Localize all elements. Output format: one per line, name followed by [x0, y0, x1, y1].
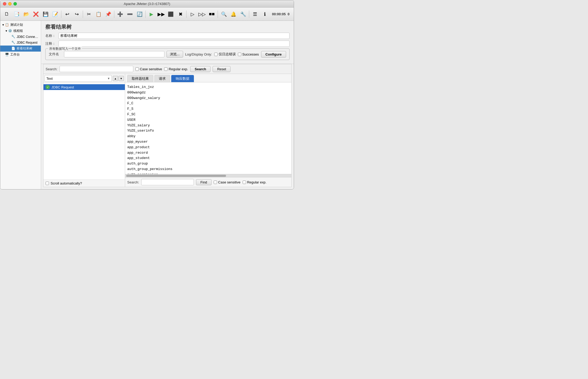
response-line: 000wangdz	[127, 90, 289, 96]
file-group: 所有数据写入一个文件 文件名 浏览... Log/Display Only: 仅…	[45, 48, 290, 60]
response-line: F_SC	[127, 112, 289, 117]
sidebar-item-label: 线程组	[13, 29, 23, 33]
response-line: auth_permission	[127, 172, 289, 174]
response-line: F_C	[127, 101, 289, 106]
separator-2	[83, 11, 83, 18]
revert-button[interactable]: ↩	[63, 9, 72, 19]
name-row: 名称：	[45, 33, 290, 39]
content-header: 察看结果树 名称： 注释： 所有数据写入一个文件 文件名 浏览... Log/D…	[41, 21, 294, 64]
case-sensitive-checkbox[interactable]	[135, 67, 139, 71]
bottom-regexp-item[interactable]: Regular exp.	[243, 180, 267, 184]
save-button[interactable]: 💾	[41, 9, 50, 19]
sidebar-item-results-tree[interactable]: 📄 察看结果树	[0, 46, 41, 52]
close-button[interactable]: ❌	[31, 9, 41, 19]
toolbar: 🗋 📑 📂 ❌ 💾 📝 ↩ ↪ ✂ 📋 📌 ➕ ➖ 🔄 ▶ ▶▶ ⬛ ✖ ▷ ▷…	[0, 8, 294, 21]
sidebar-item-label: 察看结果树	[17, 46, 32, 51]
left-panel: Text JSON XML HTML Boundary ▼ ▲ ▼	[43, 74, 125, 187]
content-panel: 察看结果树 名称： 注释： 所有数据写入一个文件 文件名 浏览... Log/D…	[41, 21, 294, 189]
arrow-buttons: ▲ ▼	[113, 76, 124, 81]
minimize-button[interactable]	[8, 2, 12, 6]
response-line: auth_group	[127, 161, 289, 167]
configure-button[interactable]: Configure	[261, 51, 286, 58]
errors-checkbox-item[interactable]: 仅日志错误	[214, 52, 236, 57]
file-row: 文件名 浏览... Log/Display Only: 仅日志错误 Succes…	[49, 51, 286, 58]
case-sensitive-label: Case sensitive	[140, 67, 162, 71]
function-button[interactable]: 🔧	[239, 9, 248, 19]
sidebar-item-jdbc-config[interactable]: 🔧 JDBC Connection Configurat	[0, 34, 41, 40]
tab-response-data[interactable]: 响应数据	[171, 75, 194, 82]
case-sensitive-item[interactable]: Case sensitive	[135, 67, 162, 71]
name-input[interactable]	[58, 33, 290, 39]
remote-start-all-button[interactable]: ▷▷	[198, 9, 207, 19]
collapse-button[interactable]: ➖	[125, 9, 135, 19]
successes-checkbox[interactable]	[238, 53, 241, 56]
sidebar-item-workbench[interactable]: 🖥️ 工作台	[0, 52, 41, 58]
prev-arrow-button[interactable]: ▲	[113, 76, 118, 81]
log-display-label: Log/Display Only:	[185, 52, 212, 56]
help-button[interactable]: 🔍	[219, 9, 228, 19]
tab-sampler-results[interactable]: 取样器结果	[127, 75, 153, 82]
search-button[interactable]: Search	[190, 66, 210, 72]
cut-button[interactable]: ✂	[84, 9, 94, 19]
window-controls	[3, 2, 17, 6]
tab-request[interactable]: 请求	[154, 75, 170, 82]
info-button[interactable]: ℹ	[260, 9, 270, 19]
right-panel: 取样器结果 请求 响应数据 Tables_in_jxz000wangdz000w…	[125, 74, 291, 187]
redo-button[interactable]: ↪	[72, 9, 81, 19]
remote-start-button[interactable]: ▷	[188, 9, 197, 19]
comment-input[interactable]	[58, 41, 290, 47]
response-line: 000wangdz_salary	[127, 96, 289, 101]
file-input[interactable]	[64, 51, 164, 57]
sidebar-item-label: JDBC Connection Configurat	[17, 35, 39, 39]
bottom-case-sensitive-item[interactable]: Case sensitive	[214, 180, 241, 184]
open-button[interactable]: 📂	[22, 9, 31, 19]
close-button[interactable]	[3, 2, 6, 6]
search-input[interactable]	[60, 66, 133, 72]
bottom-case-sensitive-checkbox[interactable]	[214, 181, 217, 184]
comment-label: 注释：	[45, 41, 58, 46]
panel-title: 察看结果树	[45, 23, 290, 31]
save-as-button[interactable]: 📝	[51, 9, 60, 19]
copy-button[interactable]: 📋	[94, 9, 103, 19]
paste-button[interactable]: 📌	[104, 9, 113, 19]
reset-button[interactable]: Reset	[213, 66, 231, 72]
run-no-pause-button[interactable]: ▶▶	[156, 9, 166, 19]
sidebar-item-test-plan[interactable]: ▼ 📋 测试计划	[0, 22, 41, 28]
maximize-button[interactable]	[13, 2, 17, 6]
tree-arrow	[8, 41, 11, 44]
regexp-checkbox[interactable]	[164, 67, 168, 71]
toggle-button[interactable]: 🔄	[135, 9, 144, 19]
result-tree-item[interactable]: ✓ JDBC Request	[43, 84, 125, 90]
bottom-search-bar: Search: Find Case sensitive Regular exp.	[125, 177, 291, 187]
run-button[interactable]: ▶	[147, 9, 156, 19]
remote-stop-button[interactable]: ■■	[207, 9, 217, 19]
type-select[interactable]: Text JSON XML HTML Boundary	[45, 75, 112, 82]
response-line: YUZE_salary	[127, 123, 289, 128]
regexp-item[interactable]: Regular exp.	[164, 67, 188, 71]
find-button[interactable]: Find	[196, 179, 212, 185]
stop-button[interactable]: ⬛	[166, 9, 175, 19]
templates-button[interactable]: 📑	[12, 9, 21, 19]
horizontal-scrollbar[interactable]	[125, 174, 291, 177]
successes-checkbox-item[interactable]: Successes	[238, 52, 259, 56]
errors-checkbox[interactable]	[214, 53, 218, 56]
remote-clear-button[interactable]: 🔔	[229, 9, 238, 19]
response-line: app_student	[127, 156, 289, 161]
browse-button[interactable]: 浏览...	[166, 51, 183, 58]
successes-label: Successes	[242, 52, 259, 56]
bottom-search-input[interactable]	[141, 179, 194, 185]
expand-button[interactable]: ➕	[116, 9, 125, 19]
scroll-checkbox[interactable]	[46, 182, 49, 185]
log-viewer-button[interactable]: ☰	[251, 9, 260, 19]
tree-arrow: ▼	[2, 23, 5, 26]
shutdown-button[interactable]: ✖	[176, 9, 185, 19]
sidebar-item-label: 工作台	[10, 52, 20, 57]
response-line: USER	[127, 117, 289, 123]
sidebar-item-jdbc-request[interactable]: 🔧 JDBC Request	[0, 40, 41, 46]
next-arrow-button[interactable]: ▼	[119, 76, 124, 81]
jdbc-request-icon: 🔧	[11, 41, 16, 45]
comment-row: 注释：	[45, 41, 290, 47]
new-button[interactable]: 🗋	[2, 9, 12, 19]
sidebar-item-thread-group[interactable]: ▼ ⚙️ 线程组	[0, 28, 41, 34]
bottom-regexp-checkbox[interactable]	[243, 181, 246, 184]
